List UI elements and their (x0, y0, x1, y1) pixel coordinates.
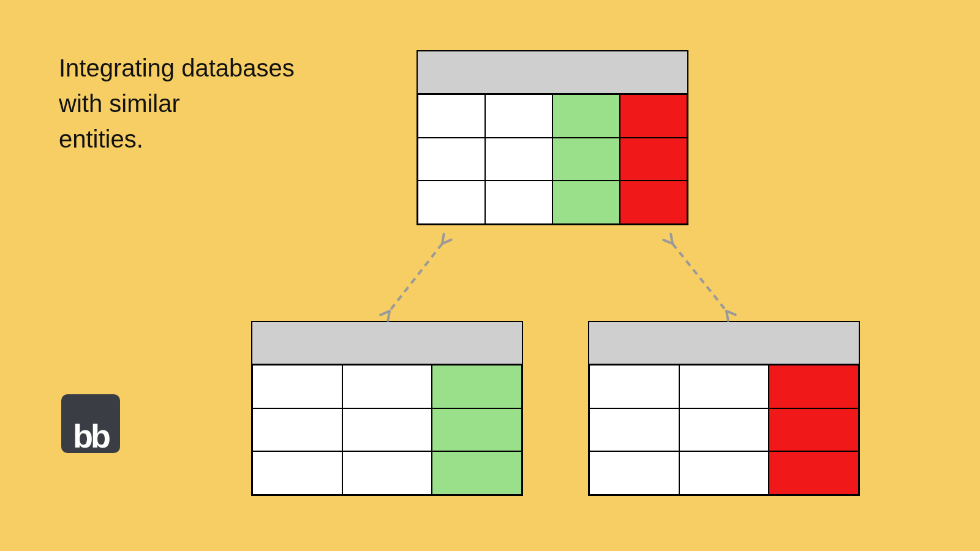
brand-logo-text: bb (73, 423, 108, 449)
db-table-left-cell (252, 408, 342, 452)
db-table-right-cell (589, 451, 679, 495)
db-table-left-cell (252, 451, 342, 495)
db-table-top-cell (418, 181, 485, 224)
arrow-right (664, 235, 735, 320)
diagram-title-line: Integrating databases (59, 50, 295, 86)
db-table-right-cell (769, 451, 859, 495)
diagram-title-line: with similar (59, 86, 295, 121)
diagram-title: Integrating databaseswith similarentitie… (59, 50, 295, 157)
db-table-right-cell (769, 365, 859, 408)
db-table-right-cell (769, 408, 859, 452)
db-table-left-cell (342, 365, 432, 408)
brand-logo: bb (61, 394, 120, 453)
diagram-canvas: Integrating databaseswith similarentitie… (0, 0, 980, 551)
db-table-right-header (589, 322, 859, 365)
db-table-left-cell (432, 365, 522, 408)
db-table-top-cell (485, 94, 552, 138)
db-table-top-cell (418, 94, 485, 138)
db-table-left-cell (432, 408, 522, 452)
svg-line-0 (390, 244, 442, 311)
db-table-left (251, 321, 523, 496)
db-table-right-cell (589, 408, 679, 452)
arrow-left (381, 235, 451, 320)
db-table-top-cell (620, 181, 687, 224)
db-table-left-header (252, 322, 522, 365)
db-table-left-body (252, 365, 522, 495)
db-table-right-cell (679, 408, 769, 452)
db-table-right-cell (679, 451, 769, 495)
db-table-top-body (418, 94, 687, 224)
db-table-top-cell (418, 138, 485, 181)
db-table-right (588, 321, 860, 496)
db-table-left-cell (342, 408, 432, 452)
db-table-top-header (418, 51, 687, 94)
db-table-top-cell (620, 94, 687, 138)
diagram-title-line: entities. (59, 121, 295, 157)
db-table-top-cell (485, 138, 552, 181)
db-table-right-cell (589, 365, 679, 408)
db-table-top-cell (552, 181, 620, 224)
db-table-left-cell (432, 451, 522, 495)
db-table-top-cell (552, 94, 620, 138)
db-table-top-cell (620, 138, 687, 181)
db-table-top-cell (552, 138, 620, 181)
db-table-right-body (589, 365, 859, 495)
svg-line-1 (673, 244, 726, 311)
db-table-top (417, 50, 688, 225)
db-table-left-cell (252, 365, 342, 408)
db-table-top-cell (485, 181, 552, 224)
db-table-left-cell (342, 451, 432, 495)
db-table-right-cell (679, 365, 769, 408)
